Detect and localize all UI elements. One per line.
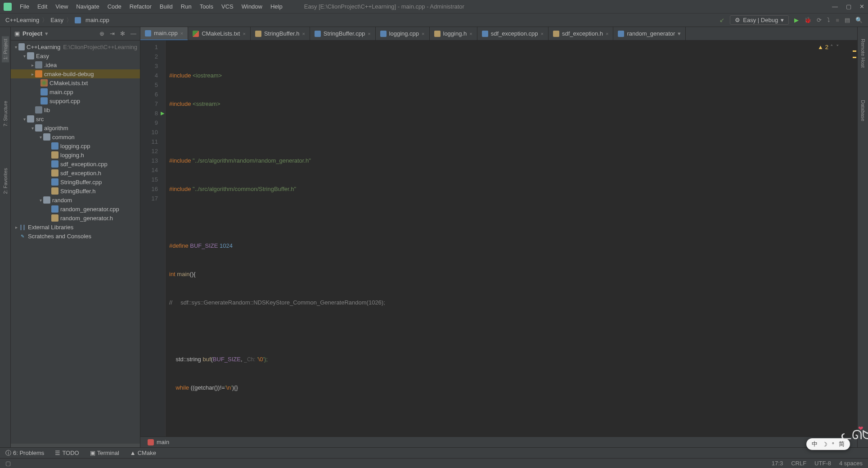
attach-icon[interactable]: ⤵ xyxy=(827,17,830,23)
tool-terminal[interactable]: ▣Terminal xyxy=(90,450,119,456)
tree-item-loggingcpp[interactable]: logging.cpp xyxy=(11,141,140,150)
tree-item-sdfexcpp[interactable]: sdf_exception.cpp xyxy=(11,159,140,168)
expand-icon[interactable]: ⇥ xyxy=(110,30,115,37)
status-position[interactable]: 17:3 xyxy=(772,460,783,467)
breadcrumb-file[interactable]: main.cpp xyxy=(85,17,109,23)
gutter[interactable]: 1 2 3 4 5 6 7 8 ▶ 9 10 11 12 13 14 15 16… xyxy=(140,41,166,436)
menu-help[interactable]: Help xyxy=(267,2,286,11)
build-icon[interactable]: ↙ xyxy=(720,17,724,23)
run-coverage-icon[interactable]: ⟳ xyxy=(817,17,822,23)
tab-loggingcpp[interactable]: logging.cpp× xyxy=(376,27,430,41)
project-panel-title[interactable]: Project xyxy=(22,30,42,37)
collapse-icon[interactable]: ▾ xyxy=(38,198,43,203)
chevron-down-icon[interactable]: ▾ xyxy=(45,30,48,37)
menu-refactor[interactable]: Refactor xyxy=(126,2,155,11)
error-stripe[interactable] xyxy=(852,42,856,436)
collapse-icon[interactable]: ▾ xyxy=(38,135,43,140)
minimize-icon[interactable]: — xyxy=(832,3,838,10)
code-editor[interactable]: ▲ 2 ˄ ˅ #include <iostream> #include <ss… xyxy=(166,41,857,436)
stripe-remote-host[interactable]: Remote Host xyxy=(859,36,867,70)
tree-item-sbufh[interactable]: StringBuffer.h xyxy=(11,186,140,195)
breadcrumb-function[interactable]: main xyxy=(157,439,169,445)
tree-item-random[interactable]: ▾ random xyxy=(11,195,140,204)
tree-item-cmakelists[interactable]: CMakeLists.txt xyxy=(11,78,140,87)
locate-icon[interactable]: ⊕ xyxy=(99,30,104,37)
collapse-icon[interactable]: ▾ xyxy=(22,54,27,59)
tree-root[interactable]: ▾ C++Learning E:\ClionProject\C++Learnin… xyxy=(11,42,140,51)
menu-file[interactable]: File xyxy=(16,2,33,11)
close-tab-icon[interactable]: × xyxy=(422,31,424,36)
layout-icon[interactable]: ▤ xyxy=(845,17,850,23)
collapse-icon[interactable]: ▾ xyxy=(30,126,35,131)
settings-icon[interactable]: ✻ xyxy=(120,30,125,37)
tree-item-maincpp[interactable]: main.cpp xyxy=(11,87,140,96)
maximize-icon[interactable]: ▢ xyxy=(846,3,851,10)
expand-icon[interactable]: ▸ xyxy=(30,63,35,68)
inspection-widget[interactable]: ▲ 2 ˄ ˅ xyxy=(818,42,839,52)
tab-sdfexh[interactable]: sdf_exception.h× xyxy=(549,27,614,41)
warning-marker[interactable] xyxy=(853,50,856,52)
run-line-icon[interactable]: ▶ xyxy=(161,109,164,118)
tool-window-toggle-icon[interactable]: ▢ xyxy=(5,460,11,467)
stripe-project[interactable]: 1: Project xyxy=(2,36,9,62)
menu-edit[interactable]: Edit xyxy=(34,2,51,11)
menu-build[interactable]: Build xyxy=(156,2,176,11)
expand-icon[interactable]: ▸ xyxy=(13,225,19,230)
breadcrumb-project[interactable]: C++Learning xyxy=(5,17,39,23)
tab-sbufcpp[interactable]: StringBuffer.cpp× xyxy=(310,27,376,41)
tree-item-common[interactable]: ▾ common xyxy=(11,132,140,141)
menu-window[interactable]: Window xyxy=(238,2,266,11)
tab-maincpp[interactable]: main.cpp× xyxy=(140,27,188,41)
run-icon[interactable]: ▶ xyxy=(794,17,799,23)
stripe-structure[interactable]: 7: Structure xyxy=(2,98,9,129)
tree-item-scratches[interactable]: ✎ Scratches and Consoles xyxy=(11,232,140,241)
menu-tools[interactable]: Tools xyxy=(196,2,217,11)
tree-item-easy[interactable]: ▾ Easy xyxy=(11,51,140,60)
tree-item-loggingh[interactable]: logging.h xyxy=(11,150,140,159)
stripe-database[interactable]: Database xyxy=(859,97,867,124)
tool-problems[interactable]: ⓘ6: Problems xyxy=(5,449,44,457)
close-tab-icon[interactable]: × xyxy=(243,31,245,36)
breadcrumb-module[interactable]: Easy xyxy=(50,17,63,23)
expand-icon[interactable]: ▸ xyxy=(30,72,35,77)
close-tab-icon[interactable]: × xyxy=(302,31,305,36)
collapse-icon[interactable]: ▾ xyxy=(13,45,18,50)
tree-item-supportcpp[interactable]: support.cpp xyxy=(11,96,140,105)
close-tab-icon[interactable]: × xyxy=(469,31,472,36)
tree-item-idea[interactable]: ▸ .idea xyxy=(11,60,140,69)
debug-icon[interactable]: 🐞 xyxy=(804,17,811,23)
collapse-icon[interactable]: ▾ xyxy=(22,117,27,122)
tab-rg[interactable]: random_generator▾ xyxy=(613,27,686,41)
close-tab-icon[interactable]: × xyxy=(180,31,183,36)
prev-icon[interactable]: ˄ xyxy=(830,42,833,52)
close-tab-icon[interactable]: × xyxy=(606,31,608,36)
menu-vcs[interactable]: VCS xyxy=(218,2,237,11)
close-tab-icon[interactable]: × xyxy=(541,31,544,36)
chevron-down-icon[interactable]: ▾ xyxy=(678,30,681,37)
warning-marker[interactable] xyxy=(853,57,856,58)
close-icon[interactable]: ✕ xyxy=(859,3,864,10)
tab-sdfexcpp[interactable]: sdf_exception.cpp× xyxy=(477,27,549,41)
status-encoding[interactable]: UTF-8 xyxy=(814,460,831,467)
next-icon[interactable]: ˅ xyxy=(836,42,839,52)
tool-todo[interactable]: ☰TODO xyxy=(55,450,79,456)
hide-icon[interactable]: — xyxy=(130,30,136,37)
menu-run[interactable]: Run xyxy=(177,2,195,11)
search-everywhere-icon[interactable]: 🔍 xyxy=(855,17,863,23)
tab-sbufh[interactable]: StringBuffer.h× xyxy=(251,27,310,41)
status-line-ending[interactable]: CRLF xyxy=(791,460,806,467)
tab-cmakelists[interactable]: CMakeLists.txt× xyxy=(188,27,251,41)
tree-item-rgcpp[interactable]: random_generator.cpp xyxy=(11,204,140,214)
project-tree[interactable]: ▾ C++Learning E:\ClionProject\C++Learnin… xyxy=(11,41,140,447)
tree-item-sbufcpp[interactable]: StringBuffer.cpp xyxy=(11,177,140,186)
menu-view[interactable]: View xyxy=(52,2,72,11)
stripe-favorites[interactable]: 2: Favorites xyxy=(2,165,9,196)
tree-item-rgh[interactable]: random_generator.h xyxy=(11,214,140,223)
project-scrollbar[interactable] xyxy=(11,444,140,447)
tree-item-cmake-build[interactable]: ▸ cmake-build-debug xyxy=(11,69,140,78)
stop-icon[interactable]: ■ xyxy=(836,17,839,23)
menu-code[interactable]: Code xyxy=(104,2,125,11)
close-tab-icon[interactable]: × xyxy=(368,31,370,36)
status-indent[interactable]: 4 spaces xyxy=(839,460,863,467)
tree-item-src[interactable]: ▾ src xyxy=(11,114,140,123)
